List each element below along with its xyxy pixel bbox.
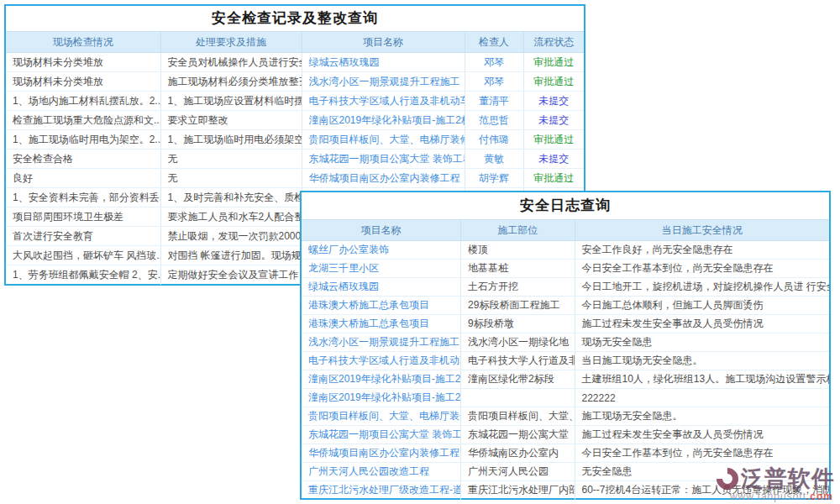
cell-daily-safety: 今日安全工作基本到位，尚无安全隐患存在	[575, 444, 829, 463]
cell-inspector-link[interactable]: 董清平	[465, 92, 523, 111]
col-header-measures: 处理要求及措施	[160, 32, 302, 53]
table-row: 1、施工现场临时用电为架空。2...1、施工现场临时用电必须架空...贵阳项目样…	[6, 130, 584, 150]
table-row: 潼南区2019年绿化补贴项目-施工2标段潼南区绿化带2标段土建班组10人，绿化班…	[302, 370, 829, 389]
cell-flow-status: 未提交	[523, 150, 584, 169]
cell-construction-part: 重庆江北污水处理厂内部...	[461, 481, 575, 500]
cell-project-link[interactable]: 华侨城项目南区办公室内装修工程	[302, 169, 465, 188]
cell-flow-status: 未提交	[523, 92, 584, 111]
cell-daily-safety: 安全工作良好，尚无安全隐患存在	[575, 241, 829, 260]
col-header-flow-status: 流程状态	[523, 32, 584, 53]
table-row: 广州天河人民公园改造工程广州天河人民公园无安全隐患	[302, 463, 829, 481]
cell-construction-part: 土石方开挖	[461, 278, 575, 297]
cell-project-link[interactable]: 龙湖三千里小区	[302, 260, 461, 278]
cell-daily-safety: 今日施工总体顺利，但施工人员脚面烫伤	[575, 297, 829, 315]
cell-project-link[interactable]: 贵阳项目样板间、大堂、电梯厅装修工程	[302, 130, 465, 150]
cell-project-link[interactable]: 东城花园一期项目公寓大堂 装饰工程	[302, 150, 465, 169]
table-row: 浅水湾小区一期景观提升工程施工浅水湾小区一期绿化地现场无安全隐患	[302, 333, 829, 352]
cell-flow-status: 审批通过	[523, 53, 584, 72]
cell-construction-part	[461, 389, 575, 407]
col-header-inspector: 检查人	[465, 32, 523, 53]
cell-daily-safety: 施工过程未发生安全事故及人员受伤情况	[575, 315, 829, 333]
cell-project-link[interactable]: 潼南区2019年绿化补贴项目-施工2标段	[302, 370, 461, 389]
cell-flow-status: 审批通过	[523, 169, 584, 188]
col-header-daily-safety: 当日施工安全情况	[575, 220, 829, 241]
cell-construction-part: 楼顶	[461, 241, 575, 260]
cell-measures: 施工现场材料必须分类堆放整齐...	[160, 72, 302, 92]
safety-log-panel: 安全日志查询 项目名称 施工部位 当日施工安全情况 螺丝厂办公室装饰楼顶安全工作…	[300, 191, 831, 500]
cell-measures: 无	[160, 169, 302, 188]
cell-project-link[interactable]: 电子科技大学区域人行道及非机动车道工程	[302, 92, 465, 111]
cell-measures: 1、及时完善和补充安全、质检...	[160, 188, 302, 207]
table-row: 现场材料未分类堆放安全员对机械操作人员进行安全...绿城云栖玫瑰园邓琴审批通过	[6, 53, 584, 72]
cell-project-link[interactable]: 绿城云栖玫瑰园	[302, 278, 461, 297]
cell-site-check: 安全检查合格	[6, 150, 160, 169]
safety-log-table: 项目名称 施工部位 当日施工安全情况 螺丝厂办公室装饰楼顶安全工作良好，尚无安全…	[302, 219, 829, 500]
cell-site-check: 大风吹起围挡，砸坏铲车 风挡玻...	[6, 246, 160, 265]
cell-project-link[interactable]: 绿城云栖玫瑰园	[302, 53, 465, 72]
cell-measures: 1、施工现场应设置材料临时摆...	[160, 92, 302, 111]
cell-site-check: 1、场地内施工材料乱摆乱放。2...	[6, 92, 160, 111]
cell-project-link[interactable]: 浅水湾小区一期景观提升工程施工	[302, 333, 461, 352]
cell-project-link[interactable]: 华侨城项目南区办公室内装修工程	[302, 444, 461, 463]
cell-inspector-link[interactable]: 邓琴	[465, 53, 523, 72]
cell-daily-safety: 土建班组10人，绿化班组13人。施工现场沟边设置警示标识，...	[575, 370, 829, 389]
cell-project-link[interactable]: 广州天河人民公园改造工程	[302, 463, 461, 481]
cell-construction-part: 浅水湾小区一期绿化地	[461, 333, 575, 352]
table-row: 港珠澳大桥施工总承包项目9标段桥墩施工过程未发生安全事故及人员受伤情况	[302, 315, 829, 333]
cell-inspector-link[interactable]: 胡学辉	[465, 169, 523, 188]
table-row: 潼南区2019年绿化补贴项目-施工2标段222222	[302, 389, 829, 407]
table-row: 螺丝厂办公室装饰楼顶安全工作良好，尚无安全隐患存在	[302, 241, 829, 260]
cell-inspector-link[interactable]: 范思哲	[465, 111, 523, 130]
table-row: 龙湖三千里小区地基基桩今日安全工作基本到位，尚无安全隐患存在	[302, 260, 829, 278]
cell-measures: 无	[160, 150, 302, 169]
cell-inspector-link[interactable]: 付伟璐	[465, 130, 523, 150]
cell-inspector-link[interactable]: 黄敏	[465, 150, 523, 169]
table-row: 东城花园一期项目公寓大堂 装饰工程东城花园一期公寓大堂施工过程未发生安全事故及人…	[302, 426, 829, 444]
cell-daily-safety: 当日施工现场无安全隐患。	[575, 352, 829, 370]
table-row: 检查施工现场重大危险点源和文...要求立即整改潼南区2019年绿化补贴项目-施工…	[6, 111, 584, 130]
cell-project-link[interactable]: 螺丝厂办公室装饰	[302, 241, 461, 260]
table-row: 电子科技大学区域人行道及非机动车道工程电子科技大学人行道及非...当日施工现场无…	[302, 352, 829, 370]
table-row: 重庆江北污水处理厂级改造工程-道路修复重庆江北污水处理厂内部...60--7挖机…	[302, 481, 829, 500]
col-header-site-check: 现场检查情况	[6, 32, 160, 53]
cell-daily-safety: 现场无安全隐患	[575, 333, 829, 352]
cell-measures: 要求施工人员和水车2人配合整...	[160, 207, 302, 227]
cell-flow-status: 审批通过	[523, 130, 584, 150]
table-row: 现场材料未分类堆放施工现场材料必须分类堆放整齐...浅水湾小区一期景观提升工程施…	[6, 72, 584, 92]
cell-measures: 要求立即整改	[160, 111, 302, 130]
cell-daily-safety: 60--7挖机4台运转正常：施工人员无违章操作现象，消防7人在	[575, 481, 829, 500]
cell-measures: 安全员对机械操作人员进行安全...	[160, 53, 302, 72]
cell-site-check: 良好	[6, 169, 160, 188]
cell-project-link[interactable]: 浅水湾小区一期景观提升工程施工	[302, 72, 465, 92]
cell-project-link[interactable]: 东城花园一期项目公寓大堂 装饰工程	[302, 426, 461, 444]
cell-flow-status: 审批通过	[523, 72, 584, 92]
log-table-body: 螺丝厂办公室装饰楼顶安全工作良好，尚无安全隐患存在龙湖三千里小区地基基桩今日安全…	[302, 241, 829, 500]
cell-daily-safety: 今日工地开工，旋挖机进场，对旋挖机操作人员进 行安全技术...	[575, 278, 829, 297]
table-row: 绿城云栖玫瑰园土石方开挖今日工地开工，旋挖机进场，对旋挖机操作人员进 行安全技术…	[302, 278, 829, 297]
cell-daily-safety: 无安全隐患	[575, 463, 829, 481]
cell-flow-status: 未提交	[523, 111, 584, 130]
cell-inspector-link[interactable]: 邓琴	[465, 72, 523, 92]
col-header-project-name: 项目名称	[302, 220, 461, 241]
cell-project-link[interactable]: 港珠澳大桥施工总承包项目	[302, 315, 461, 333]
cell-project-link[interactable]: 重庆江北污水处理厂级改造工程-道路修复	[302, 481, 461, 500]
cell-project-link[interactable]: 港珠澳大桥施工总承包项目	[302, 297, 461, 315]
cell-project-link[interactable]: 电子科技大学区域人行道及非机动车道工程	[302, 352, 461, 370]
cell-construction-part: 华侨城南区办公室内	[461, 444, 575, 463]
cell-site-check: 1、施工现场临时用电为架空。2...	[6, 130, 160, 150]
col-header-project-name: 项目名称	[302, 32, 465, 53]
cell-construction-part: 电子科技大学人行道及非...	[461, 352, 575, 370]
cell-daily-safety: 施工过程未发生安全事故及人员受伤情况	[575, 426, 829, 444]
table-row: 华侨城项目南区办公室内装修工程华侨城南区办公室内今日安全工作基本到位，尚无安全隐…	[302, 444, 829, 463]
cell-project-link[interactable]: 潼南区2019年绿化补贴项目-施工2标段	[302, 111, 465, 130]
table-row: 港珠澳大桥施工总承包项目29标段桥面工程施工今日施工总体顺利，但施工人员脚面烫伤	[302, 297, 829, 315]
cell-site-check: 现场材料未分类堆放	[6, 72, 160, 92]
cell-construction-part: 东城花园一期公寓大堂	[461, 426, 575, 444]
table-row: 贵阳项目样板间、大堂、电梯厅装修工程贵阳项目样板间、大堂、...施工现场无安全隐…	[302, 407, 829, 426]
cell-project-link[interactable]: 贵阳项目样板间、大堂、电梯厅装修工程	[302, 407, 461, 426]
cell-site-check: 检查施工现场重大危险点源和文...	[6, 111, 160, 130]
cell-project-link[interactable]: 潼南区2019年绿化补贴项目-施工2标段	[302, 389, 461, 407]
cell-construction-part: 29标段桥面工程施工	[461, 297, 575, 315]
cell-daily-safety: 施工现场无安全隐患。	[575, 407, 829, 426]
cell-site-check: 1、安全资料未完善，部分资料丢...	[6, 188, 160, 207]
